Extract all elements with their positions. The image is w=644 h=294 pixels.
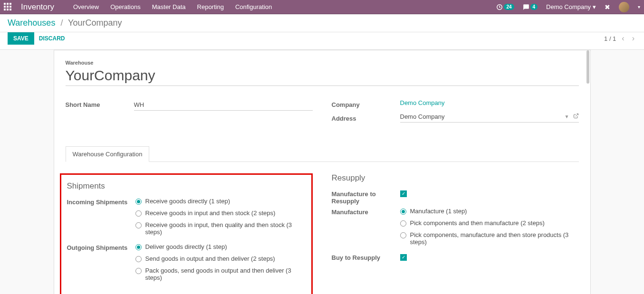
resupply-title: Resupply	[332, 173, 579, 183]
pager-value[interactable]: 1 / 1	[604, 35, 616, 42]
form-sheet: Warehouse Short Name Company Demo Compan…	[54, 50, 591, 294]
external-link-icon[interactable]	[573, 113, 579, 120]
menu-masterdata[interactable]: Master Data	[152, 3, 186, 10]
control-panel-top: Warehouses / YourCompany	[0, 14, 644, 32]
manufacture-option-2: Pick components and then manufacture (2 …	[410, 219, 545, 227]
breadcrumb-separator: /	[60, 18, 63, 28]
save-button[interactable]: SAVE	[8, 32, 34, 45]
warehouse-name-input[interactable]	[66, 66, 579, 86]
pager-prev-icon[interactable]: ‹	[620, 34, 626, 43]
scrollbar[interactable]	[586, 50, 590, 294]
manufacture-radio-2[interactable]	[400, 220, 406, 227]
address-input[interactable]	[400, 113, 565, 120]
manufacture-option-3: Pick components, manufacture and then st…	[410, 231, 579, 246]
app-title[interactable]: Inventory	[21, 2, 54, 12]
notebook-tabs: Warehouse Configuration	[66, 146, 579, 162]
company-link[interactable]: Demo Company	[400, 99, 445, 106]
tab-content: Shipments Incoming Shipments Receive goo…	[66, 162, 579, 294]
topbar: Inventory Overview Operations Master Dat…	[0, 0, 644, 14]
buy-to-resupply-checkbox[interactable]: ✓	[400, 254, 407, 261]
svg-line-1	[576, 114, 578, 117]
incoming-option-1: Receive goods directly (1 step)	[145, 198, 230, 205]
outgoing-option-2: Send goods in output and then deliver (2…	[145, 255, 275, 262]
company-name: Demo Company	[546, 3, 591, 10]
incoming-option-3: Receive goods in input, then quality and…	[145, 221, 307, 236]
systray: 24 4 Demo Company ▾ ✖ ▾	[496, 2, 640, 12]
shortname-label: Short Name	[66, 99, 134, 108]
tab-warehouse-config[interactable]: Warehouse Configuration	[66, 146, 150, 162]
breadcrumb: Warehouses / YourCompany	[8, 18, 636, 28]
menu-operations[interactable]: Operations	[110, 3, 141, 10]
outgoing-option-1: Deliver goods directly (1 step)	[145, 243, 227, 250]
shortname-input[interactable]	[134, 99, 313, 111]
developer-tools-icon[interactable]: ✖	[605, 3, 610, 11]
caret-down-icon: ▾	[593, 3, 596, 10]
menu-configuration[interactable]: Configuration	[235, 3, 272, 10]
warehouse-label: Warehouse	[66, 60, 579, 66]
company-switcher[interactable]: Demo Company ▾	[546, 3, 596, 10]
buy-to-resupply-label: Buy to Resupply	[332, 253, 400, 261]
menu-overview[interactable]: Overview	[73, 3, 99, 10]
messaging-icon[interactable]: 4	[523, 4, 538, 10]
incoming-radio-1[interactable]	[135, 199, 142, 205]
resupply-section: Resupply Manufacture to Resupply ✓ Manuf…	[332, 173, 579, 294]
company-label: Company	[332, 99, 400, 108]
outgoing-option-3: Pack goods, send goods in output and the…	[145, 267, 307, 281]
activity-badge: 24	[504, 4, 514, 10]
incoming-radio-2[interactable]	[135, 210, 142, 217]
activity-icon[interactable]: 24	[496, 4, 514, 10]
menu-reporting[interactable]: Reporting	[197, 3, 224, 10]
mfg-to-resupply-label: Manufacture to Resupply	[332, 190, 400, 205]
incoming-radio-3[interactable]	[135, 222, 142, 228]
manufacture-option-1: Manufacture (1 step)	[410, 208, 467, 215]
address-label: Address	[332, 113, 400, 122]
highlight-box: Shipments Incoming Shipments Receive goo…	[60, 173, 313, 294]
apps-icon[interactable]	[4, 3, 12, 11]
shipments-section: Shipments Incoming Shipments Receive goo…	[66, 173, 313, 294]
manufacture-label: Manufacture	[332, 208, 400, 216]
shipments-title: Shipments	[67, 181, 307, 191]
incoming-label: Incoming Shipments	[67, 198, 135, 206]
form-container: Warehouse Short Name Company Demo Compan…	[0, 50, 644, 294]
outgoing-radio-1[interactable]	[135, 244, 142, 250]
dropdown-caret-icon[interactable]: ▼	[565, 114, 569, 119]
caret-down-icon: ▾	[638, 4, 640, 9]
outgoing-label: Outgoing Shipments	[67, 243, 135, 251]
pager-next-icon[interactable]: ›	[630, 34, 636, 43]
user-avatar[interactable]	[619, 2, 629, 12]
pager: 1 / 1 ‹ ›	[604, 34, 636, 43]
manufacture-radio-1[interactable]	[400, 209, 406, 215]
breadcrumb-current: YourCompany	[68, 18, 122, 28]
outgoing-radio-2[interactable]	[135, 256, 142, 262]
outgoing-radio-3[interactable]	[135, 268, 142, 274]
main-menu: Overview Operations Master Data Reportin…	[73, 3, 496, 10]
scrollbar-thumb[interactable]	[586, 50, 589, 84]
control-panel-bottom: SAVE DISCARD 1 / 1 ‹ ›	[0, 32, 644, 50]
messaging-badge: 4	[530, 4, 538, 10]
manufacture-radio-3[interactable]	[400, 232, 406, 238]
mfg-to-resupply-checkbox[interactable]: ✓	[400, 190, 407, 197]
breadcrumb-root[interactable]: Warehouses	[8, 18, 55, 28]
discard-button[interactable]: DISCARD	[39, 35, 65, 42]
incoming-option-2: Receive goods in input and then stock (2…	[145, 209, 276, 217]
